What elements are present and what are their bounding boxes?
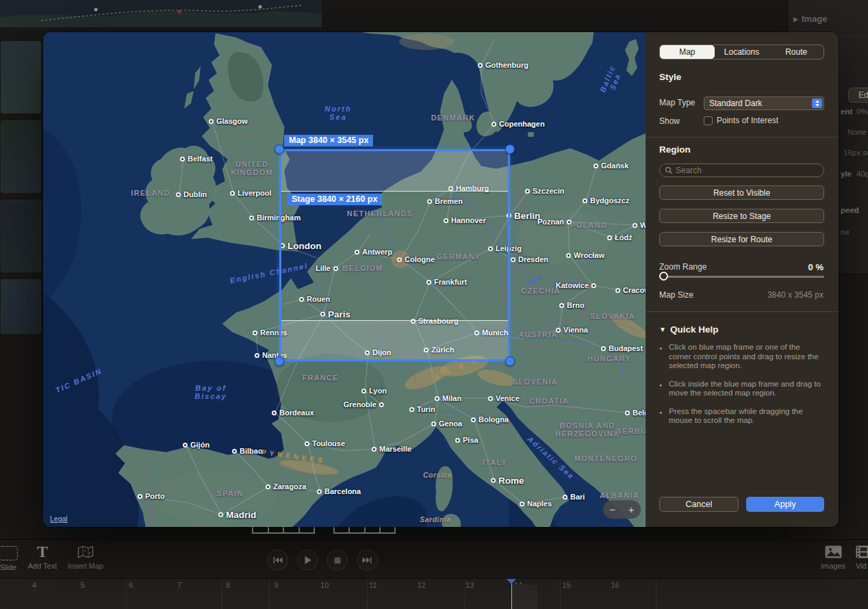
resize-handle-bottom-right[interactable]	[505, 357, 515, 366]
country-label: FRANCE	[302, 374, 338, 382]
country-label: CROATIA	[529, 397, 569, 405]
sea-label: TIC BASIN	[54, 367, 103, 395]
city-marker	[176, 192, 181, 197]
insert-map-icon	[62, 543, 110, 560]
resize-handle-top-right[interactable]	[505, 144, 515, 154]
city-label-vienna: Vienna	[556, 326, 588, 334]
city-name: Genoa	[439, 419, 462, 428]
city-marker	[266, 484, 270, 489]
city-label-marseille: Marseille	[372, 445, 411, 453]
city-marker	[272, 411, 277, 415]
zoom-in-button[interactable]: +	[622, 501, 641, 518]
slide-thumbnail[interactable]	[1, 41, 41, 114]
images-button[interactable]: Images	[813, 543, 853, 570]
city-name: Łódź	[615, 233, 633, 242]
resize-for-route-button[interactable]: Resize for Route	[659, 232, 824, 246]
city-label-poznań: Poznań	[537, 218, 572, 226]
add-text-button[interactable]: T Add Text	[21, 543, 64, 570]
country-label: Corsica	[423, 471, 452, 479]
region-search-field[interactable]	[659, 164, 824, 177]
city-name: Bari	[570, 493, 585, 501]
edit-button[interactable]: Ed	[848, 88, 868, 103]
city-marker	[633, 223, 637, 228]
city-marker	[455, 438, 460, 443]
timeline-number: 6	[129, 581, 133, 589]
city-marker	[138, 494, 142, 499]
map-zoom-control: − +	[603, 500, 641, 519]
zoom-range-slider[interactable]	[659, 272, 824, 281]
videos-button[interactable]: Vid	[856, 543, 868, 570]
resize-handle-bottom-left[interactable]	[275, 357, 284, 366]
playhead[interactable]	[507, 579, 516, 584]
cancel-button[interactable]: Cancel	[659, 497, 739, 512]
city-label-gothenburg: Gothenburg	[478, 61, 528, 69]
map-region-frame[interactable]	[279, 149, 510, 361]
skip-back-button[interactable]	[267, 549, 288, 571]
tab-route[interactable]: Route	[769, 45, 824, 59]
city-label-naples: Naples	[520, 500, 552, 508]
country-label: POLAND	[570, 221, 607, 229]
timeline-gridline	[126, 579, 127, 609]
map-view[interactable]: GothenburgCopenhagenGlasgowBelfastDublin…	[43, 32, 646, 527]
timeline-ruler[interactable]: 45678910111213141516	[0, 578, 868, 609]
city-name: Lyon	[369, 387, 387, 395]
zoom-out-button[interactable]: −	[603, 501, 622, 518]
slider-track	[659, 276, 824, 278]
tab-map[interactable]: Map	[660, 45, 715, 59]
country-label: CZECHIA	[521, 287, 560, 295]
insert-map-button[interactable]: Insert Map	[62, 543, 110, 570]
slide-thumbnail-list	[0, 31, 42, 335]
city-name: Bydgoszcz	[590, 196, 629, 205]
city-name: Gijón	[190, 441, 209, 449]
city-label-gijón: Gijón	[183, 441, 209, 449]
play-button[interactable]	[297, 549, 318, 571]
city-label-bari: Bari	[563, 493, 585, 501]
tab-bar: MapLocationsRoute	[659, 44, 824, 60]
city-name: Berlin	[514, 211, 540, 221]
resize-handle-top-left[interactable]	[275, 144, 284, 154]
city-name: Milan	[442, 394, 461, 402]
city-marker	[431, 422, 436, 426]
country-label: BOSNIA AND HERZEGOVINA	[555, 422, 620, 438]
tab-locations[interactable]: Locations	[715, 45, 769, 59]
zoom-range-label: Zoom Range	[659, 262, 706, 272]
city-marker	[255, 353, 259, 358]
legal-link[interactable]: Legal	[50, 515, 68, 523]
city-label-budapest: Budapest	[601, 344, 643, 352]
apply-button[interactable]: Apply	[746, 497, 824, 512]
search-input[interactable]	[676, 166, 806, 175]
sea-label: North Sea	[324, 105, 351, 121]
skip-forward-button[interactable]	[357, 549, 378, 571]
city-name: Bilbao	[240, 447, 263, 455]
quick-help-title: Quick Help	[670, 324, 719, 335]
city-name: Cracow	[623, 286, 646, 294]
slide-thumbnail[interactable]	[1, 120, 41, 193]
city-label-łódź: Łódź	[607, 233, 633, 242]
country-label: ITALY	[483, 458, 507, 467]
city-marker	[583, 198, 587, 203]
city-label-turin: Turin	[409, 405, 435, 413]
slide-thumbnail[interactable]	[1, 200, 41, 272]
slide-thumbnail[interactable]	[1, 279, 41, 334]
map-type-select[interactable]: Standard Dark	[704, 96, 824, 110]
quick-help-list: Click on blue map frame or one of the co…	[659, 343, 821, 435]
city-label-szczecin: Szczecin	[525, 187, 564, 195]
city-label-dublin: Dublin	[176, 190, 207, 198]
sea-label: Adriatic Sea	[526, 435, 576, 481]
city-label-lyon: Lyon	[361, 387, 387, 395]
city-label-grenoble: Grenoble	[344, 400, 384, 409]
toolbar: Slide T Add Text Insert Map	[0, 539, 868, 578]
map-type-label: Map Type	[659, 98, 695, 107]
city-name: Dublin	[183, 190, 207, 198]
city-name: Naples	[527, 500, 552, 508]
stop-button[interactable]	[327, 549, 348, 571]
reset-to-visible-button[interactable]: Reset to Visible	[659, 185, 824, 200]
timeline-number: 4	[32, 581, 36, 589]
city-marker	[361, 389, 366, 393]
points-of-interest-checkbox[interactable]	[704, 116, 713, 125]
slider-knob[interactable]	[659, 272, 668, 281]
quick-help-disclosure[interactable]: ▼ Quick Help	[659, 324, 718, 335]
disclosure-triangle-icon[interactable]: ▶	[793, 16, 798, 23]
map-size-label: Map Size	[659, 290, 693, 300]
resize-to-stage-button[interactable]: Resize to Stage	[659, 209, 824, 223]
